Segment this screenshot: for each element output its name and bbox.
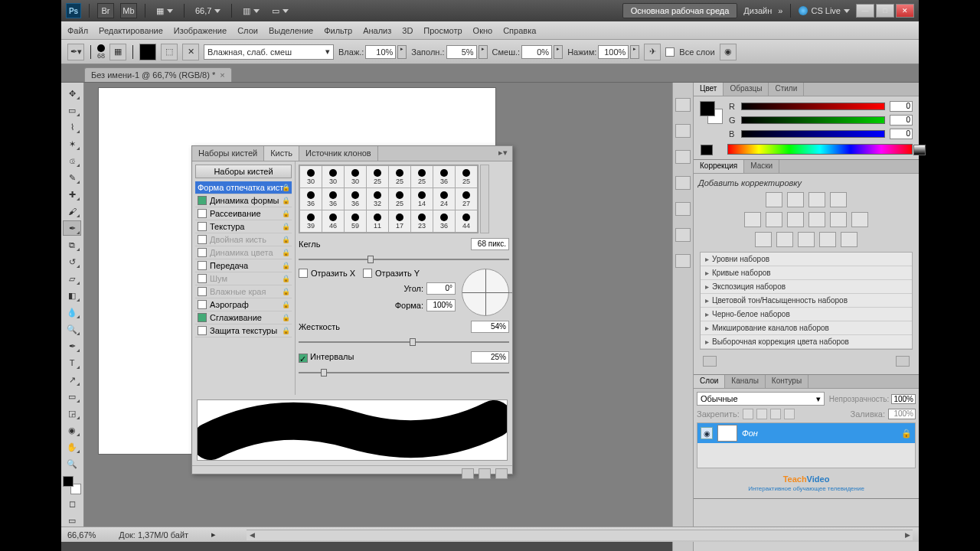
adj-preset-item[interactable]: Микширование каналов наборов <box>701 321 912 335</box>
3d-camera-tool[interactable]: ◉ <box>63 422 81 438</box>
brush-option-item[interactable]: Влажные края🔒 <box>195 285 292 298</box>
adj-icon[interactable] <box>776 232 793 247</box>
tablet-pressure-icon[interactable]: ◉ <box>720 44 737 60</box>
path-tool[interactable]: ↗ <box>63 372 81 387</box>
angle-control[interactable] <box>462 269 509 316</box>
adj-icon[interactable] <box>841 232 858 247</box>
adj-icon[interactable] <box>851 212 868 227</box>
brush-options-icon[interactable] <box>495 468 508 479</box>
spacing-input[interactable]: 25% <box>471 351 509 364</box>
layer-row[interactable]: ◉ Фон 🔒 <box>697 423 915 443</box>
r-slider[interactable] <box>741 103 885 110</box>
fill-input[interactable]: 100% <box>888 409 916 419</box>
blend-mode-select[interactable]: Обычные▾ <box>697 392 825 406</box>
lock-all-icon[interactable] <box>784 409 795 419</box>
3d-tool[interactable]: ◲ <box>63 406 81 421</box>
adj-preset-item[interactable]: Выборочная коррекция цвета наборов <box>701 335 912 349</box>
brush-option-item[interactable]: Сглаживание🔒 <box>195 311 292 324</box>
blur-tool[interactable]: 💧 <box>63 305 81 320</box>
current-color[interactable] <box>139 44 156 60</box>
brush-option-item[interactable]: Шум🔒 <box>195 272 292 285</box>
brush-tool[interactable]: 🖌 <box>63 204 81 219</box>
brush-option-item[interactable]: Форма отпечатка кисти🔒 <box>195 181 292 194</box>
color-swatch[interactable] <box>700 101 723 124</box>
clone-tool[interactable]: ⧉ <box>63 237 81 253</box>
strip-icon[interactable] <box>675 150 691 164</box>
airbrush-toggle[interactable]: ✈ <box>644 44 661 60</box>
b-input[interactable]: 0 <box>890 129 913 139</box>
menu-select[interactable]: Выделение <box>269 26 313 35</box>
brush-option-item[interactable]: Динамика цвета🔒 <box>195 246 292 259</box>
tab-masks[interactable]: Маски <box>744 160 779 173</box>
strip-icon[interactable] <box>675 228 691 242</box>
menu-help[interactable]: Справка <box>503 26 536 35</box>
brush-tip-cell[interactable]: 24 <box>433 188 455 210</box>
brush-tip-cell[interactable]: 23 <box>411 210 433 232</box>
brush-size-slider[interactable] <box>299 255 509 264</box>
adj-icon[interactable] <box>766 192 782 207</box>
eraser-tool[interactable]: ▱ <box>63 271 81 286</box>
adj-icon[interactable] <box>830 212 847 227</box>
brush-option-item[interactable]: Динамика формы🔒 <box>195 194 292 207</box>
arrange-dropdown[interactable]: ▥ <box>240 6 263 16</box>
wet-input[interactable]: 10% <box>365 45 396 59</box>
screenmode-dropdown[interactable]: ▭ <box>269 6 292 16</box>
gradient-tool[interactable]: ◧ <box>63 288 81 303</box>
status-zoom[interactable]: 66,67% <box>67 530 96 540</box>
g-input[interactable]: 0 <box>890 115 913 126</box>
brush-tip-cell[interactable]: 25 <box>456 166 477 187</box>
dodge-tool[interactable]: 🔍 <box>63 321 81 337</box>
roundness-input[interactable]: 100% <box>426 299 456 311</box>
workspace-button[interactable]: Основная рабочая среда <box>622 3 738 18</box>
adj-preset-item[interactable]: Уровни наборов <box>701 253 912 266</box>
tab-paths[interactable]: Контуры <box>766 375 808 388</box>
menu-file[interactable]: Файл <box>67 26 88 35</box>
brush-toggle-icon[interactable] <box>462 468 474 479</box>
brush-tip-cell[interactable]: 25 <box>389 188 410 210</box>
menu-window[interactable]: Окно <box>473 26 493 35</box>
brush-tip-cell[interactable]: 59 <box>345 210 366 232</box>
brush-tip-cell[interactable]: 46 <box>322 210 344 232</box>
layer-name[interactable]: Фон <box>742 429 758 438</box>
tab-styles[interactable]: Стили <box>769 83 804 96</box>
g-slider[interactable] <box>741 116 885 124</box>
minibridge-button[interactable]: Mb <box>120 3 137 18</box>
tab-adjustments[interactable]: Коррекция <box>694 160 744 173</box>
load-brush-icon[interactable]: ⬚ <box>161 44 178 60</box>
maximize-button[interactable]: □ <box>876 4 894 18</box>
shape-tool[interactable]: ▭ <box>63 389 81 404</box>
hand-tool[interactable]: ✋ <box>63 439 81 455</box>
brush-option-item[interactable]: Передача🔒 <box>195 259 292 272</box>
strip-icon[interactable] <box>675 254 691 268</box>
panel-menu-icon[interactable]: ▸▾ <box>494 146 512 161</box>
spectrum-bar[interactable] <box>727 144 913 155</box>
healing-tool[interactable]: ✚ <box>63 187 81 202</box>
brush-tip-cell[interactable]: 17 <box>389 210 410 232</box>
tool-preset-picker[interactable]: ✒▾ <box>67 44 84 60</box>
adj-icon[interactable] <box>755 232 772 247</box>
design-workspace[interactable]: Дизайн <box>743 6 772 15</box>
flip-y-checkbox[interactable] <box>363 269 372 278</box>
lock-pixels-icon[interactable] <box>743 409 753 419</box>
hardness-slider[interactable] <box>299 337 509 347</box>
brush-tip-cell[interactable]: 11 <box>367 210 388 232</box>
flow-input[interactable]: 100% <box>598 45 629 59</box>
r-input[interactable]: 0 <box>890 101 913 112</box>
bridge-button[interactable]: Br <box>97 3 114 18</box>
type-tool[interactable]: T <box>63 355 81 370</box>
tab-channels[interactable]: Каналы <box>725 375 766 388</box>
adj-preset-item[interactable]: Цветовой тон/Насыщенность наборов <box>701 294 912 308</box>
brush-presets-button[interactable]: Наборы кистей <box>195 165 292 178</box>
spacing-slider[interactable] <box>299 368 509 377</box>
flip-x-checkbox[interactable] <box>299 269 308 278</box>
adj-icon[interactable] <box>830 192 847 207</box>
adj-preset-item[interactable]: Экспозиция наборов <box>701 280 912 294</box>
brush-tip-cell[interactable]: 30 <box>322 166 344 187</box>
document-tab[interactable]: Без имени-1 @ 66,7% (RGB/8) *× <box>84 67 232 82</box>
adj-icon[interactable] <box>819 232 836 247</box>
brush-tip-cell[interactable]: 27 <box>456 188 477 210</box>
tab-clone-source[interactable]: Источник клонов <box>299 146 378 161</box>
adj-foot-icon[interactable] <box>703 356 717 367</box>
brush-picker[interactable]: 68 <box>97 44 105 60</box>
brush-grid-scrollbar[interactable] <box>480 165 489 233</box>
